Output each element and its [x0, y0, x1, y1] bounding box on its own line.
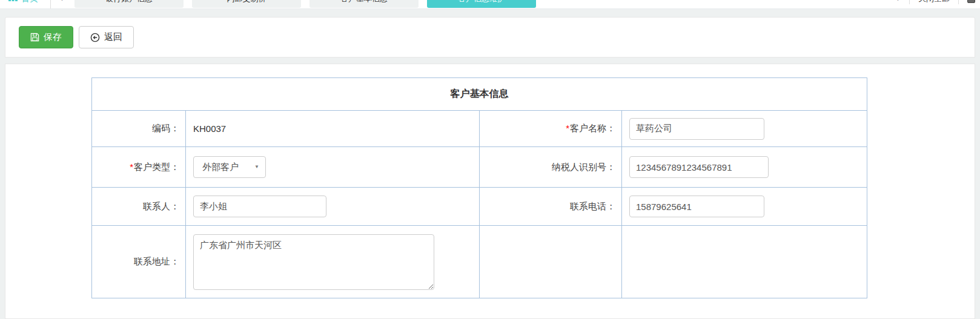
code-label: 编码：: [152, 123, 179, 133]
top-tab-bar: 首页 ▼ 银行账户信息 内部交易价 客户基本信息 客户信息维护 ▼ 关闭全部: [0, 0, 980, 9]
code-label-cell: 编码：: [92, 111, 186, 147]
fullscreen-icon[interactable]: [967, 0, 975, 3]
code-value: KH0037: [193, 123, 226, 134]
tab-strip: 银行账户信息 内部交易价 客户基本信息 客户信息维护: [74, 0, 536, 8]
contact-address-label-cell: 联系地址：: [92, 226, 186, 298]
home-nav-label: 首页: [21, 0, 38, 4]
taxpayer-id-input[interactable]: [629, 156, 769, 178]
contact-person-input[interactable]: [193, 196, 326, 217]
contact-person-label: 联系人：: [143, 201, 179, 211]
contact-phone-value-cell: [622, 188, 867, 226]
customer-name-input[interactable]: [629, 118, 764, 140]
contact-address-textarea[interactable]: 广东省广州市天河区: [193, 234, 434, 290]
customer-type-select[interactable]: 外部客户 ▼: [193, 156, 266, 178]
customer-type-label: 客户类型：: [134, 162, 179, 172]
contact-person-value-cell: [186, 188, 480, 226]
empty-label-cell: [480, 226, 622, 298]
customer-type-selected-value: 外部客户: [202, 162, 239, 173]
toolbar: 保存 返回: [5, 17, 975, 58]
topbar-divider: [50, 0, 51, 9]
home-nav-item[interactable]: 首页: [5, 0, 42, 4]
empty-value-cell: [622, 226, 867, 298]
save-floppy-icon: [30, 33, 39, 42]
tab-customer-basic-info[interactable]: 客户基本信息: [310, 0, 419, 8]
contact-phone-label: 联系电话：: [570, 201, 615, 211]
taxpayer-id-label-cell: 纳税人识别号：: [480, 147, 622, 188]
customer-name-label: 客户名称：: [570, 123, 615, 133]
contact-address-label: 联系地址：: [134, 256, 179, 266]
required-asterisk: *: [566, 123, 569, 133]
save-button-label: 保存: [44, 31, 62, 43]
tab-customer-info-maintain[interactable]: 客户信息维护: [427, 0, 536, 8]
taxpayer-id-value-cell: [622, 147, 867, 188]
back-button[interactable]: 返回: [79, 26, 134, 48]
form-title: 客户基本信息: [92, 78, 867, 111]
tab-internal-trade-price[interactable]: 内部交易价: [192, 0, 301, 8]
customer-name-value-cell: [622, 111, 867, 147]
contact-phone-input[interactable]: [629, 196, 764, 217]
contact-address-value-cell: 广东省广州市天河区: [186, 226, 480, 298]
back-circle-arrow-icon: [90, 33, 100, 42]
close-all-tabs-button[interactable]: 关闭全部: [918, 0, 950, 4]
chevron-down-icon[interactable]: ▼: [59, 0, 65, 2]
customer-name-label-cell: *客户名称：: [480, 111, 622, 147]
taxpayer-id-label: 纳税人识别号：: [552, 162, 615, 172]
code-value-cell: KH0037: [186, 111, 480, 147]
customer-type-value-cell: 外部客户 ▼: [186, 147, 480, 188]
customer-type-label-cell: *客户类型：: [92, 147, 186, 188]
tab-bank-account-info[interactable]: 银行账户信息: [74, 0, 184, 8]
topbar-divider: [909, 0, 910, 4]
save-button[interactable]: 保存: [19, 26, 73, 48]
chevron-down-icon[interactable]: ▼: [895, 0, 901, 2]
customer-basic-info-table: 客户基本信息 编码： KH0037 *客户名称： *客户类型： 外部客户: [91, 77, 867, 298]
topbar-divider: [958, 0, 959, 4]
back-button-label: 返回: [104, 31, 122, 43]
grid-icon: [8, 0, 18, 4]
required-asterisk: *: [130, 162, 133, 172]
chevron-down-icon: ▼: [254, 165, 259, 169]
customer-form-panel: 客户基本信息 编码： KH0037 *客户名称： *客户类型： 外部客户: [5, 64, 975, 319]
contact-phone-label-cell: 联系电话：: [480, 188, 622, 226]
contact-person-label-cell: 联系人：: [92, 188, 186, 226]
